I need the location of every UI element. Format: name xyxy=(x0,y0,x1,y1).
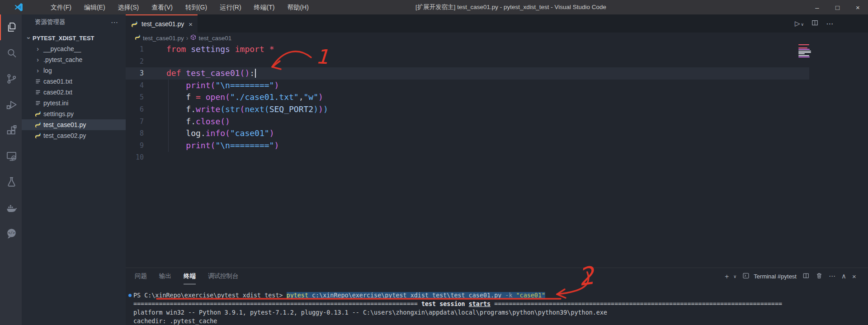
activity-remote-explorer-icon[interactable] xyxy=(0,143,22,169)
menu-item-2[interactable]: 选择(S) xyxy=(112,0,146,14)
menu-item-3[interactable]: 查看(V) xyxy=(145,0,179,14)
line-number: 7 xyxy=(126,116,144,128)
panel-tab-3[interactable]: 调试控制台 xyxy=(208,268,239,284)
tab-strip: test_case01.py × ▷∨ ⋯ xyxy=(126,14,868,33)
file-item-log[interactable]: ›log xyxy=(22,65,126,76)
terminal-selector[interactable]: Terminal #pytest xyxy=(754,273,797,280)
panel-more-actions-icon[interactable]: ⋯ xyxy=(829,272,835,280)
maximize-icon[interactable]: □ xyxy=(827,0,848,14)
code-line-6[interactable]: 6 f.write(str(next(SEQ_PORT2))) xyxy=(126,104,868,116)
terminal-output[interactable]: PS C:\xinRepo\exercise\pytest_xdist_test… xyxy=(126,284,868,325)
file-icon xyxy=(34,100,42,106)
menu-item-6[interactable]: 终端(T) xyxy=(248,0,281,14)
tab-test-case01[interactable]: test_case01.py × xyxy=(126,14,198,33)
split-terminal-icon[interactable] xyxy=(802,272,810,281)
activity-search-icon[interactable] xyxy=(0,40,22,66)
code-line-8[interactable]: 8 log.info("case01") xyxy=(126,127,868,140)
panel-tab-0[interactable]: 问题 xyxy=(135,268,147,284)
file-label: settings.py xyxy=(43,110,74,118)
code-line-9[interactable]: 9 print("\n========") xyxy=(126,140,868,152)
maximize-panel-icon[interactable]: ∧ xyxy=(841,272,846,280)
activity-explorer-icon[interactable] xyxy=(0,14,22,40)
tree-root[interactable]: › PYTEST_XDIST_TEST xyxy=(22,33,126,43)
menu-bar: 文件(F)编辑(E)选择(S)查看(V)转到(G)运行(R)终端(T)帮助(H) xyxy=(44,0,315,14)
menu-item-5[interactable]: 运行(R) xyxy=(213,0,247,14)
breadcrumb-file[interactable]: test_case01.py xyxy=(143,35,184,42)
tab-label: test_case01.py xyxy=(142,20,184,28)
split-editor-icon[interactable] xyxy=(811,19,819,28)
code-line-1[interactable]: 1from settings import * xyxy=(126,43,868,56)
terminal-line-0: PS C:\xinRepo\exercise\pytest_xdist_test… xyxy=(133,291,868,300)
command-decoration-dot[interactable] xyxy=(128,294,132,297)
sidebar-title: 资源管理器 xyxy=(35,18,66,26)
line-number: 1 xyxy=(126,43,144,56)
breadcrumb-symbol[interactable]: test_case01 xyxy=(198,35,231,42)
menu-item-4[interactable]: 转到(G) xyxy=(179,0,213,14)
activity-run-debug-icon[interactable] xyxy=(0,92,22,118)
kill-terminal-icon[interactable] xyxy=(816,272,823,281)
activity-testing-icon[interactable] xyxy=(0,169,22,195)
python-icon xyxy=(34,132,42,139)
file-label: log xyxy=(43,67,52,74)
editor-actions: ▷∨ ⋯ xyxy=(795,14,834,33)
file-item-settings.py[interactable]: settings.py xyxy=(22,108,126,119)
minimize-icon[interactable]: – xyxy=(807,0,827,14)
panel-tab-1[interactable]: 输出 xyxy=(159,268,171,284)
close-panel-icon[interactable]: × xyxy=(852,273,856,280)
vscode-logo-icon xyxy=(14,2,24,12)
python-icon xyxy=(34,111,42,117)
text-cursor xyxy=(255,69,256,78)
python-file-icon xyxy=(131,21,139,28)
activity-code-chat-icon[interactable]: </> xyxy=(0,221,22,246)
new-terminal-icon[interactable]: ＋ xyxy=(723,272,730,281)
code-text: f.close() xyxy=(166,116,230,128)
activity-docker-icon[interactable] xyxy=(0,195,22,221)
titlebar: 文件(F)编辑(E)选择(S)查看(V)转到(G)运行(R)终端(T)帮助(H)… xyxy=(0,0,868,14)
symbol-method-icon xyxy=(190,34,196,42)
panel-tab-2[interactable]: 终端 xyxy=(184,268,196,284)
code-text: f.write(str(next(SEQ_PORT2))) xyxy=(166,104,328,116)
file-label: pytest.ini xyxy=(43,99,68,107)
code-line-3[interactable]: 3def test_case01(): xyxy=(126,67,868,80)
more-actions-icon[interactable]: ⋯ xyxy=(111,18,118,27)
file-item-pytest.ini[interactable]: pytest.ini xyxy=(22,98,126,108)
file-item-.pytest_cache[interactable]: ›.pytest_cache xyxy=(22,54,126,65)
terminal-dropdown-icon[interactable]: ∨ xyxy=(733,274,736,279)
code-line-7[interactable]: 7 f.close() xyxy=(126,116,868,128)
menu-item-0[interactable]: 文件(F) xyxy=(44,0,78,14)
file-label: case01.txt xyxy=(43,78,72,85)
chevron-right-icon: › xyxy=(186,34,189,42)
code-line-4[interactable]: 4 print("\n========") xyxy=(126,80,868,92)
editor-more-actions-icon[interactable]: ⋯ xyxy=(826,19,834,28)
code-text: f = open("./case01.txt","w") xyxy=(166,91,323,104)
close-icon[interactable]: × xyxy=(848,0,868,14)
file-item-__pycache__[interactable]: ›__pycache__ xyxy=(22,43,126,54)
code-line-5[interactable]: 5 f = open("./case01.txt","w") xyxy=(126,91,868,104)
menu-item-7[interactable]: 帮助(H) xyxy=(281,0,315,14)
file-tree: ›__pycache__›.pytest_cache›logcase01.txt… xyxy=(22,43,126,141)
file-item-test_case02.py[interactable]: test_case02.py xyxy=(22,130,126,141)
activity-extensions-icon[interactable] xyxy=(0,118,22,143)
file-item-case02.txt[interactable]: case02.txt xyxy=(22,87,126,98)
file-icon xyxy=(34,89,42,95)
breadcrumb[interactable]: test_case01.py › test_case01 xyxy=(126,33,868,43)
file-item-case01.txt[interactable]: case01.txt xyxy=(22,76,126,87)
chevron-right-icon: › xyxy=(34,67,42,74)
file-label: case02.txt xyxy=(43,89,72,96)
code-editor[interactable]: 1from settings import *23def test_case01… xyxy=(126,43,868,268)
bottom-panel: 问题输出终端调试控制台 ＋ ∨ Terminal #pytest ⋯ ∧ × P… xyxy=(126,268,868,325)
menu-item-1[interactable]: 编辑(E) xyxy=(78,0,112,14)
terminal-icon xyxy=(742,272,750,281)
line-number: 10 xyxy=(126,151,144,164)
code-line-10[interactable]: 10 xyxy=(126,151,868,164)
svg-text:</>: </> xyxy=(8,231,14,235)
panel-tabs: 问题输出终端调试控制台 xyxy=(126,268,239,284)
run-python-file-button[interactable]: ▷∨ xyxy=(795,19,804,28)
tab-close-icon[interactable]: × xyxy=(189,20,193,28)
file-label: test_case02.py xyxy=(43,132,86,139)
python-icon xyxy=(34,122,42,128)
code-line-2[interactable]: 2 xyxy=(126,56,868,68)
file-label: test_case01.py xyxy=(43,121,86,128)
file-item-test_case01.py[interactable]: test_case01.py xyxy=(22,119,126,130)
activity-source-control-icon[interactable] xyxy=(0,66,22,92)
